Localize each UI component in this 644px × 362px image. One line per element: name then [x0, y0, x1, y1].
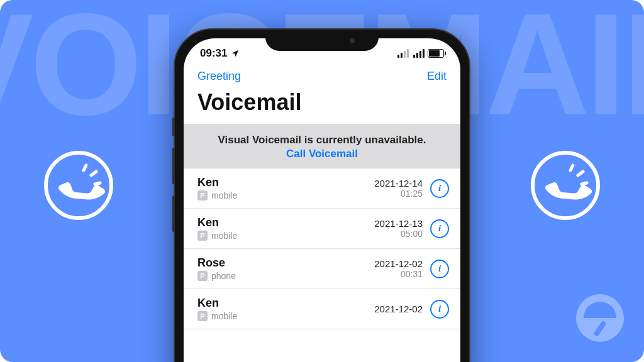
svg-line-2 [91, 172, 96, 175]
phone-frame: 09:31 Gree [174, 28, 470, 362]
cellular-signal-secondary-icon [413, 49, 425, 58]
phone-notch [265, 30, 379, 51]
voicemail-caller-name: Ken [197, 176, 367, 189]
svg-line-1 [84, 165, 86, 170]
voicemail-caller-name: Rose [197, 256, 367, 270]
voicemail-row[interactable]: RosePphone2021-12-0200:31i [184, 249, 460, 289]
voicemail-date: 2021-12-13 [374, 218, 423, 229]
svg-line-6 [578, 172, 583, 175]
voicemail-row-right: 2021-12-02 [374, 304, 423, 314]
voicemail-row-right: 2021-12-0200:31 [374, 258, 423, 279]
brand-logo-icon [575, 293, 625, 343]
voicemail-date: 2021-12-02 [374, 304, 423, 314]
svg-line-5 [570, 165, 573, 170]
phone-side-buttons [172, 118, 175, 243]
call-voicemail-button[interactable]: Call Voicemail [197, 148, 447, 160]
p-badge-icon: P [197, 271, 208, 281]
svg-line-3 [95, 183, 100, 184]
voicemail-row-left: KenPmobile [197, 297, 367, 321]
hero-card: VOICEMAIL 09:31 [0, 0, 644, 362]
voicemail-row[interactable]: KenPmobile2021-12-1401:25i [184, 168, 460, 209]
status-time: 09:31 [200, 47, 227, 60]
voicemail-duration: 00:31 [374, 269, 423, 279]
svg-point-4 [533, 153, 598, 218]
info-button[interactable]: i [430, 300, 449, 319]
cellular-signal-icon [397, 49, 409, 58]
phone-ring-icon [41, 148, 116, 223]
p-badge-icon: P [197, 231, 208, 241]
info-button[interactable]: i [430, 179, 449, 198]
voicemail-source-label: mobile [211, 311, 237, 321]
voicemail-source: Pmobile [197, 231, 367, 241]
voicemail-row-left: KenPmobile [197, 176, 367, 200]
phone-ring-icon [528, 148, 603, 223]
p-badge-icon: P [197, 190, 208, 200]
voicemail-source-label: mobile [211, 231, 237, 241]
svg-point-0 [46, 153, 111, 218]
unavailable-banner: Visual Voicemail is currently unavailabl… [184, 124, 460, 168]
voicemail-source: Pmobile [197, 311, 367, 321]
voicemail-row[interactable]: KenPmobile2021-12-1305:00i [184, 209, 460, 249]
greeting-button[interactable]: Greeting [197, 70, 241, 83]
info-button[interactable]: i [430, 219, 449, 238]
voicemail-source: Pphone [197, 271, 367, 281]
voicemail-duration: 05:00 [374, 229, 423, 239]
voicemail-row-left: KenPmobile [197, 216, 367, 241]
location-icon [231, 49, 240, 58]
svg-line-7 [582, 183, 587, 184]
battery-icon [428, 49, 444, 58]
phone-screen: 09:31 Gree [184, 38, 460, 362]
voicemail-row-right: 2021-12-1401:25 [374, 178, 423, 199]
voicemail-row-left: RosePphone [197, 256, 367, 281]
voicemail-source: Pmobile [197, 190, 367, 200]
p-badge-icon: P [197, 311, 208, 321]
voicemail-date: 2021-12-14 [374, 178, 423, 189]
banner-message: Visual Voicemail is currently unavailabl… [197, 134, 447, 146]
voicemail-duration: 01:25 [374, 189, 423, 199]
edit-button[interactable]: Edit [427, 70, 447, 83]
nav-bar: Greeting Edit [184, 69, 460, 87]
voicemail-source-label: phone [211, 271, 236, 281]
voicemail-source-label: mobile [211, 190, 237, 200]
voicemail-list: KenPmobile2021-12-1401:25iKenPmobile2021… [184, 168, 460, 329]
voicemail-caller-name: Ken [197, 297, 367, 310]
voicemail-row-right: 2021-12-1305:00 [374, 218, 423, 239]
voicemail-row[interactable]: KenPmobile2021-12-02i [184, 289, 460, 329]
page-title: Voicemail [184, 87, 460, 124]
info-button[interactable]: i [430, 260, 449, 278]
voicemail-caller-name: Ken [197, 216, 367, 229]
voicemail-date: 2021-12-02 [374, 258, 423, 269]
